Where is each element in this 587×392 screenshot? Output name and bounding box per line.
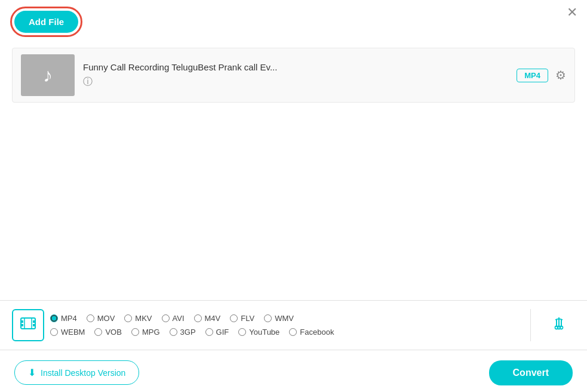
- gear-icon[interactable]: ⚙: [555, 68, 566, 82]
- svg-rect-4: [33, 324, 35, 326]
- close-icon: ✕: [567, 5, 577, 20]
- bottom-bar: ⬇ Install Desktop Version Convert: [0, 353, 587, 392]
- video-icon: [20, 315, 36, 335]
- format-option-mkv[interactable]: MKV: [124, 314, 152, 323]
- file-item: ♪ Funny Call Recording TeluguBest Prank …: [12, 48, 575, 103]
- format-row-2: WEBM VOB MPG 3GP GIF YouTube Facebook: [50, 328, 518, 337]
- info-icon[interactable]: ⓘ: [83, 76, 93, 87]
- svg-rect-0: [21, 318, 35, 329]
- close-button[interactable]: ✕: [567, 6, 577, 19]
- file-thumbnail: ♪: [21, 54, 75, 96]
- file-actions: MP4 ⚙: [517, 68, 566, 82]
- file-info: Funny Call Recording TeluguBest Prank ca…: [83, 62, 508, 88]
- format-options-grid: MP4 MOV MKV AVI M4V FLV WMV W: [50, 314, 518, 337]
- svg-rect-3: [33, 320, 35, 323]
- audio-format-icon-box[interactable]: [543, 309, 575, 341]
- install-label: Install Desktop Version: [41, 368, 125, 378]
- panel-divider: [530, 309, 531, 341]
- svg-rect-1: [21, 320, 23, 323]
- format-option-wmv[interactable]: WMV: [264, 314, 294, 323]
- file-title: Funny Call Recording TeluguBest Prank ca…: [83, 62, 508, 72]
- svg-rect-2: [21, 324, 23, 326]
- convert-button[interactable]: Convert: [489, 360, 573, 385]
- add-file-button[interactable]: Add File: [14, 11, 78, 33]
- format-option-m4v[interactable]: M4V: [194, 314, 221, 323]
- format-option-mpg[interactable]: MPG: [131, 328, 160, 337]
- format-option-webm[interactable]: WEBM: [50, 328, 85, 337]
- audio-icon: [551, 315, 567, 336]
- install-desktop-button[interactable]: ⬇ Install Desktop Version: [14, 360, 139, 385]
- format-option-3gp[interactable]: 3GP: [170, 328, 196, 337]
- format-option-facebook[interactable]: Facebook: [289, 328, 334, 337]
- format-option-mov[interactable]: MOV: [87, 314, 115, 323]
- format-row-1: MP4 MOV MKV AVI M4V FLV WMV: [50, 314, 518, 323]
- format-option-mp4[interactable]: MP4: [50, 314, 77, 323]
- format-option-avi[interactable]: AVI: [162, 314, 185, 323]
- format-option-youtube[interactable]: YouTube: [238, 328, 279, 337]
- format-option-vob[interactable]: VOB: [94, 328, 121, 337]
- format-option-gif[interactable]: GIF: [205, 328, 229, 337]
- video-format-icon-box[interactable]: [12, 309, 44, 341]
- music-note-icon: ♪: [43, 64, 53, 87]
- format-option-flv[interactable]: FLV: [230, 314, 254, 323]
- download-icon: ⬇: [28, 367, 36, 378]
- svg-point-9: [560, 326, 563, 329]
- format-panel: MP4 MOV MKV AVI M4V FLV WMV W: [0, 300, 587, 350]
- format-badge[interactable]: MP4: [517, 69, 548, 82]
- file-list: ♪ Funny Call Recording TeluguBest Prank …: [0, 48, 587, 103]
